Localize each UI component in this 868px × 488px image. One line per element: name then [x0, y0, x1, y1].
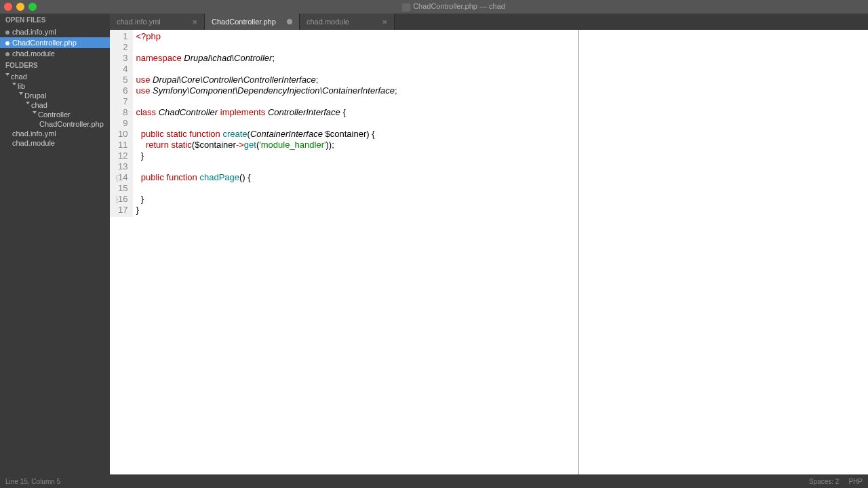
line-number: 13 — [113, 161, 127, 172]
fold-open-icon[interactable]: { — [113, 173, 118, 184]
line-gutter: 12345678910111213{1415}1617 — [110, 30, 133, 217]
code-line[interactable]: <?php — [136, 31, 397, 42]
code-line[interactable] — [136, 118, 397, 129]
code-line[interactable] — [136, 183, 397, 194]
open-file-item[interactable]: chad.info.yml — [0, 26, 110, 37]
dirty-indicator-icon — [5, 41, 9, 45]
open-file-label: chad.module — [12, 49, 55, 58]
close-window-button[interactable] — [4, 3, 12, 11]
file-tree-item[interactable]: ChadController.php — [0, 119, 110, 129]
folder-tree-item[interactable]: chad — [0, 72, 110, 81]
tree-item-label: ChadController.php — [39, 120, 104, 128]
line-number: 1 — [113, 31, 127, 42]
tree-item-label: chad.module — [12, 139, 55, 147]
code-line[interactable]: return static($container->get('module_ha… — [136, 140, 397, 150]
code-line[interactable]: public static function create(ContainerI… — [136, 129, 397, 140]
code-line[interactable]: public function chadPage() { — [136, 172, 397, 183]
line-number: 4 — [113, 64, 127, 75]
line-number: }16 — [113, 194, 127, 205]
folder-tree-item[interactable]: lib — [0, 81, 110, 91]
code-line[interactable]: class ChadController implements Controll… — [136, 107, 397, 118]
disclosure-triangle-icon[interactable] — [12, 83, 16, 87]
code-line[interactable]: } — [136, 150, 397, 161]
file-icon — [402, 3, 410, 12]
zoom-window-button[interactable] — [28, 3, 37, 11]
status-cursor-position[interactable]: Line 15, Column 5 — [5, 478, 60, 485]
line-number: 10 — [113, 129, 127, 140]
tree-item-label: Drupal — [24, 92, 46, 100]
code-line[interactable] — [136, 96, 397, 107]
tree-item-label: Controller — [38, 110, 71, 119]
tab-bar: chad.info.yml×ChadController.phpchad.mod… — [110, 14, 868, 30]
open-files-header: OPEN FILES — [0, 14, 110, 26]
open-file-label: ChadController.php — [12, 39, 77, 47]
editor-tab[interactable]: chad.module× — [300, 14, 395, 30]
line-number: 12 — [113, 150, 127, 161]
tab-dirty-icon — [287, 19, 292, 24]
code-line[interactable]: namespace Drupal\chad\Controller; — [136, 53, 397, 64]
editor-area: chad.info.yml×ChadController.phpchad.mod… — [110, 14, 868, 474]
window-title: ChadController.php — chad — [43, 2, 864, 11]
code-line[interactable]: } — [136, 205, 397, 216]
code-line[interactable] — [136, 64, 397, 75]
tab-label: chad.module — [307, 18, 349, 26]
tab-close-icon[interactable]: × — [192, 17, 197, 27]
tree-item-label: chad — [11, 73, 27, 81]
open-file-label: chad.info.yml — [12, 28, 56, 36]
disclosure-triangle-icon[interactable] — [26, 102, 30, 106]
tab-close-icon[interactable]: × — [382, 17, 387, 27]
status-bar: Line 15, Column 5 Spaces: 2 PHP — [0, 474, 868, 488]
editor-pane-right[interactable] — [579, 30, 868, 474]
tree-item-label: chad.info.yml — [12, 129, 56, 138]
file-tree-item[interactable]: chad.info.yml — [0, 129, 110, 138]
status-language[interactable]: PHP — [848, 478, 863, 485]
tab-label: chad.info.yml — [117, 18, 161, 26]
line-number: 5 — [113, 75, 127, 85]
tab-label: ChadController.php — [212, 18, 276, 26]
open-file-item[interactable]: chad.module — [0, 48, 110, 59]
file-tree-item[interactable]: chad.module — [0, 138, 110, 148]
code-line[interactable] — [136, 161, 397, 172]
line-number: {14 — [113, 172, 127, 183]
disclosure-triangle-icon[interactable] — [5, 73, 9, 78]
line-number: 2 — [113, 42, 127, 53]
code-line[interactable]: } — [136, 194, 397, 205]
line-number: 7 — [113, 96, 127, 107]
line-number: 3 — [113, 53, 127, 64]
line-number: 6 — [113, 85, 127, 96]
code-line[interactable] — [136, 42, 397, 53]
code-line[interactable]: use Drupal\Core\Controller\ControllerInt… — [136, 75, 397, 85]
line-number: 11 — [113, 140, 127, 150]
line-number: 8 — [113, 107, 127, 118]
line-number: 15 — [113, 183, 127, 194]
disclosure-triangle-icon[interactable] — [33, 111, 37, 116]
fold-close-icon[interactable]: } — [113, 195, 118, 205]
folder-tree-item[interactable]: Drupal — [0, 91, 110, 100]
window-controls — [4, 3, 37, 11]
editor-tab[interactable]: ChadController.php — [205, 14, 300, 30]
disclosure-triangle-icon[interactable] — [19, 92, 23, 97]
editor-tab[interactable]: chad.info.yml× — [110, 14, 205, 30]
sidebar: OPEN FILES chad.info.ymlChadController.p… — [0, 14, 110, 474]
line-number: 9 — [113, 118, 127, 129]
dirty-indicator-icon — [5, 52, 9, 56]
code-line[interactable]: use Symfony\Component\DependencyInjectio… — [136, 85, 397, 96]
minimize-window-button[interactable] — [16, 3, 24, 11]
line-number: 17 — [113, 205, 127, 216]
folder-tree-item[interactable]: Controller — [0, 110, 110, 119]
code-content[interactable]: <?php namespace Drupal\chad\Controller; … — [133, 30, 399, 217]
status-indentation[interactable]: Spaces: 2 — [809, 478, 839, 485]
titlebar: ChadController.php — chad — [0, 0, 868, 14]
open-file-item[interactable]: ChadController.php — [0, 37, 110, 48]
tree-item-label: lib — [18, 82, 25, 90]
folder-tree-item[interactable]: chad — [0, 100, 110, 110]
folders-header: FOLDERS — [0, 59, 110, 72]
tree-item-label: chad — [31, 101, 47, 109]
dirty-indicator-icon — [5, 30, 9, 35]
editor-pane-left[interactable]: 12345678910111213{1415}1617 <?php namesp… — [110, 30, 579, 474]
